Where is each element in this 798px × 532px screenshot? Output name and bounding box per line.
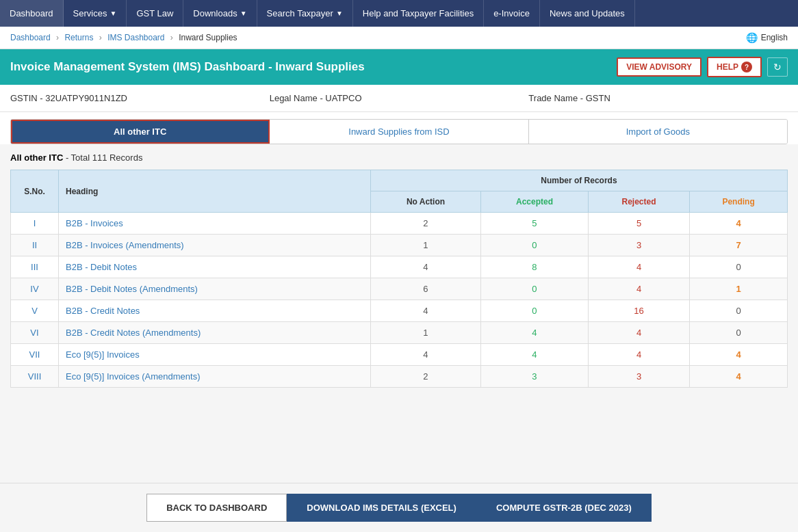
cell-rejected: 5 — [588, 213, 689, 235]
cell-pending: 7 — [690, 235, 788, 256]
view-advisory-button[interactable]: VIEW ADVISORY — [617, 57, 702, 77]
chevron-down-icon: ▼ — [110, 10, 116, 17]
cell-accepted: 4 — [481, 322, 589, 344]
cell-no-action: 4 — [370, 256, 480, 278]
heading-link[interactable]: B2B - Invoices — [66, 218, 123, 228]
breadcrumb-sep-3: › — [170, 33, 173, 42]
nav-einvoice[interactable]: e-Invoice — [484, 0, 540, 27]
cell-sno: VIII — [11, 366, 59, 388]
language-label: English — [761, 33, 788, 42]
cell-no-action: 1 — [370, 322, 480, 344]
cell-heading: B2B - Invoices (Amendments) — [59, 235, 371, 256]
globe-icon: 🌐 — [746, 32, 758, 43]
col-pending: Pending — [690, 191, 788, 213]
nav-dashboard[interactable]: Dashboard — [0, 0, 64, 27]
cell-sno: V — [11, 300, 59, 322]
cell-no-action: 1 — [370, 235, 480, 256]
cell-sno: VII — [11, 344, 59, 366]
cell-sno: III — [11, 256, 59, 278]
page-title: Invoice Management System (IMS) Dashboar… — [10, 60, 365, 74]
breadcrumb-sep-2: › — [99, 33, 102, 42]
heading-link[interactable]: B2B - Credit Notes (Amendments) — [66, 328, 201, 338]
heading-link[interactable]: Eco [9(5)] Invoices (Amendments) — [66, 371, 201, 382]
section-title: All other ITC - Total 111 Records — [10, 152, 788, 163]
tab-import-goods[interactable]: Import of Goods — [529, 120, 787, 144]
language-selector[interactable]: 🌐 English — [746, 32, 788, 43]
breadcrumb-current: Inward Supplies — [179, 33, 237, 42]
cell-sno: I — [11, 213, 59, 235]
cell-no-action: 2 — [370, 213, 480, 235]
nav-help-facilities[interactable]: Help and Taxpayer Facilities — [353, 0, 484, 27]
cell-heading: B2B - Invoices — [59, 213, 371, 235]
cell-no-action: 4 — [370, 344, 480, 366]
cell-accepted: 5 — [481, 213, 589, 235]
heading-link[interactable]: B2B - Debit Notes (Amendments) — [66, 284, 198, 294]
heading-link[interactable]: B2B - Credit Notes — [66, 306, 140, 316]
refresh-button[interactable]: ↻ — [767, 57, 788, 77]
trade-name-info: Trade Name - GSTN — [528, 93, 788, 103]
cell-sno: IV — [11, 278, 59, 300]
cell-rejected: 3 — [588, 235, 689, 256]
cell-sno: II — [11, 235, 59, 256]
heading-link[interactable]: B2B - Invoices (Amendments) — [66, 240, 184, 250]
nav-gst-law[interactable]: GST Law — [127, 0, 183, 27]
page-header: Invoice Management System (IMS) Dashboar… — [0, 49, 798, 85]
heading-link[interactable]: B2B - Debit Notes — [66, 262, 137, 272]
cell-pending: 4 — [690, 366, 788, 388]
tab-all-other-itc[interactable]: All other ITC — [11, 120, 270, 144]
cell-heading: Eco [9(5)] Invoices (Amendments) — [59, 366, 371, 388]
cell-no-action: 6 — [370, 278, 480, 300]
table-row: I B2B - Invoices 2 5 5 4 — [11, 213, 788, 235]
col-heading: Heading — [59, 170, 371, 213]
nav-news-updates[interactable]: News and Updates — [540, 0, 635, 27]
table-row: VII Eco [9(5)] Invoices 4 4 4 4 — [11, 344, 788, 366]
top-navigation: Dashboard Services ▼ GST Law Downloads ▼… — [0, 0, 798, 27]
breadcrumb-ims-dashboard[interactable]: IMS Dashboard — [107, 33, 164, 42]
nav-search-taxpayer[interactable]: Search Taxpayer ▼ — [257, 0, 353, 27]
cell-rejected: 4 — [588, 322, 689, 344]
cell-pending: 0 — [690, 300, 788, 322]
cell-no-action: 4 — [370, 300, 480, 322]
main-content: All other ITC - Total 111 Records S.No. … — [0, 144, 798, 396]
legal-name-info: Legal Name - UATPCO — [270, 93, 529, 103]
chevron-down-icon: ▼ — [336, 10, 343, 17]
table-row: IV B2B - Debit Notes (Amendments) 6 0 4 … — [11, 278, 788, 300]
tabs-container: All other ITC Inward Supplies from ISD I… — [0, 112, 798, 144]
cell-heading: B2B - Credit Notes (Amendments) — [59, 322, 371, 344]
cell-pending: 1 — [690, 278, 788, 300]
table-row: III B2B - Debit Notes 4 8 4 0 — [11, 256, 788, 278]
breadcrumb-returns[interactable]: Returns — [64, 33, 93, 42]
col-number-of-records: Number of Records — [370, 170, 787, 191]
cell-pending: 0 — [690, 256, 788, 278]
cell-heading: B2B - Debit Notes — [59, 256, 371, 278]
table-row: VI B2B - Credit Notes (Amendments) 1 4 4… — [11, 322, 788, 344]
cell-rejected: 4 — [588, 278, 689, 300]
heading-link[interactable]: Eco [9(5)] Invoices — [66, 349, 140, 360]
cell-sno: VI — [11, 322, 59, 344]
tabs: All other ITC Inward Supplies from ISD I… — [10, 119, 788, 144]
nav-downloads[interactable]: Downloads ▼ — [183, 0, 257, 27]
cell-accepted: 0 — [481, 235, 589, 256]
cell-rejected: 3 — [588, 366, 689, 388]
cell-rejected: 4 — [588, 344, 689, 366]
col-no-action: No Action — [370, 191, 480, 213]
col-accepted: Accepted — [481, 191, 589, 213]
refresh-icon: ↻ — [773, 62, 782, 72]
cell-no-action: 2 — [370, 366, 480, 388]
info-bar: GSTIN - 32UATPY9011N1ZD Legal Name - UAT… — [0, 85, 798, 112]
cell-accepted: 3 — [481, 366, 589, 388]
cell-pending: 0 — [690, 322, 788, 344]
chevron-down-icon: ▼ — [240, 10, 247, 17]
table-row: V B2B - Credit Notes 4 0 16 0 — [11, 300, 788, 322]
cell-pending: 4 — [690, 213, 788, 235]
breadcrumb-dashboard[interactable]: Dashboard — [10, 33, 51, 42]
nav-services[interactable]: Services ▼ — [64, 0, 127, 27]
cell-accepted: 4 — [481, 344, 589, 366]
gstin-info: GSTIN - 32UATPY9011N1ZD — [10, 93, 270, 103]
breadcrumb-sep-1: › — [56, 33, 59, 42]
cell-pending: 4 — [690, 344, 788, 366]
table-row: II B2B - Invoices (Amendments) 1 0 3 7 — [11, 235, 788, 256]
help-button[interactable]: HELP ? — [707, 57, 762, 77]
tab-inward-supplies-isd[interactable]: Inward Supplies from ISD — [270, 120, 528, 144]
col-rejected: Rejected — [588, 191, 689, 213]
